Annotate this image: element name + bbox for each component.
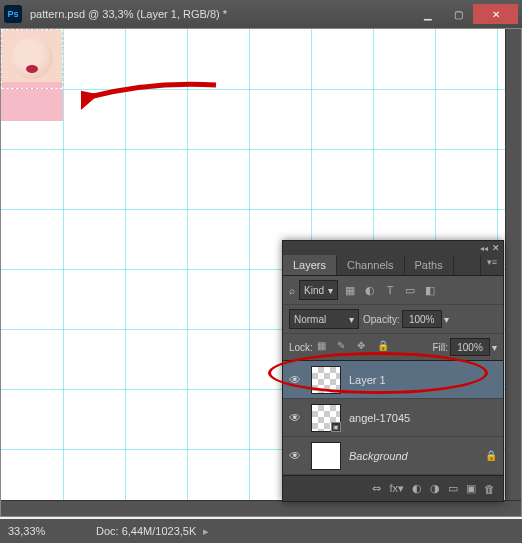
doc-info-menu-icon[interactable]: ▸	[203, 525, 209, 537]
lock-transparent-icon[interactable]: ▦	[317, 340, 331, 354]
opacity-flyout-icon[interactable]: ▾	[444, 314, 449, 325]
window-title: pattern.psd @ 33,3% (Layer 1, RGB/8) *	[30, 8, 413, 20]
layer-filter-row: ⌕ Kind ▾ ▦ ◐ T ▭ ◧	[283, 276, 503, 304]
window-titlebar: Ps pattern.psd @ 33,3% (Layer 1, RGB/8) …	[0, 0, 522, 28]
tab-layers[interactable]: Layers	[283, 255, 337, 275]
opacity-value[interactable]: 100%	[402, 310, 442, 328]
filter-pixel-icon[interactable]: ▦	[342, 282, 358, 298]
chevron-down-icon: ▾	[349, 314, 354, 325]
filter-type-icon[interactable]: T	[382, 282, 398, 298]
filter-smartobj-icon[interactable]: ◧	[422, 282, 438, 298]
vertical-scrollbar[interactable]	[505, 29, 521, 516]
window-controls: ▁ ▢ ✕	[413, 4, 518, 24]
layer-name[interactable]: angel-17045	[349, 412, 410, 424]
panel-tabs: Layers Channels Paths ▾≡	[283, 255, 503, 276]
doc-info: Doc: 6,44M/1023,5K ▸	[96, 525, 209, 538]
layer-thumbnail[interactable]: ▣	[311, 404, 341, 432]
fill-value[interactable]: 100%	[450, 338, 490, 356]
filter-kind-dropdown[interactable]: Kind ▾	[299, 280, 338, 300]
filter-shape-icon[interactable]: ▭	[402, 282, 418, 298]
maximize-button[interactable]: ▢	[443, 4, 473, 24]
tab-channels[interactable]: Channels	[337, 255, 404, 275]
lock-position-icon[interactable]: ✥	[357, 340, 371, 354]
layer-thumbnail[interactable]	[311, 366, 341, 394]
visibility-eye-icon[interactable]: 👁	[289, 449, 303, 463]
trash-icon[interactable]: 🗑	[484, 483, 495, 495]
blend-row: Normal▾ Opacity: 100% ▾	[283, 304, 503, 333]
collapse-icon[interactable]: ◂◂	[480, 244, 488, 253]
search-icon[interactable]: ⌕	[289, 285, 295, 296]
fill-control: Fill: 100% ▾	[432, 338, 497, 356]
panel-grip[interactable]: ◂◂ ✕	[283, 241, 503, 255]
panel-footer: ⇔ fx▾ ◐ ◑ ▭ ▣ 🗑	[283, 475, 503, 501]
annotation-arrow	[81, 77, 221, 117]
lock-all-icon[interactable]: 🔒	[377, 340, 391, 354]
new-group-icon[interactable]: ▭	[448, 482, 458, 495]
lock-paint-icon[interactable]: ✎	[337, 340, 351, 354]
filter-type-icons: ▦ ◐ T ▭ ◧	[342, 282, 438, 298]
layer-list: 👁 Layer 1 👁 ▣ angel-17045 👁 Background 🔒	[283, 360, 503, 475]
new-layer-icon[interactable]: ▣	[466, 482, 476, 495]
panel-menu-icon[interactable]: ▾≡	[480, 255, 503, 275]
add-mask-icon[interactable]: ◐	[412, 482, 422, 495]
blend-mode-dropdown[interactable]: Normal▾	[289, 309, 359, 329]
layers-panel: ◂◂ ✕ Layers Channels Paths ▾≡ ⌕ Kind ▾ ▦…	[282, 240, 504, 502]
horizontal-scrollbar[interactable]	[1, 500, 521, 516]
layer-name[interactable]: Layer 1	[349, 374, 386, 386]
layer-row[interactable]: 👁 Layer 1	[283, 361, 503, 399]
visibility-eye-icon[interactable]: 👁	[289, 373, 303, 387]
fill-label: Fill:	[432, 342, 448, 353]
lock-icon: 🔒	[485, 450, 497, 461]
adjustment-layer-icon[interactable]: ◑	[430, 482, 440, 495]
layer-thumbnail[interactable]	[311, 442, 341, 470]
opacity-label: Opacity:	[363, 314, 400, 325]
chevron-down-icon: ▾	[328, 285, 333, 296]
opacity-control: Opacity: 100% ▾	[363, 310, 449, 328]
layer-row[interactable]: 👁 ▣ angel-17045	[283, 399, 503, 437]
link-layers-icon[interactable]: ⇔	[372, 482, 381, 495]
layer-fx-icon[interactable]: fx▾	[389, 482, 404, 495]
visibility-eye-icon[interactable]: 👁	[289, 411, 303, 425]
status-bar: 33,33% Doc: 6,44M/1023,5K ▸	[0, 519, 522, 543]
layer-name[interactable]: Background	[349, 450, 408, 462]
lock-row: Lock: ▦ ✎ ✥ 🔒 Fill: 100% ▾	[283, 333, 503, 360]
zoom-level[interactable]: 33,33%	[8, 525, 68, 537]
app-logo: Ps	[4, 5, 22, 23]
filter-adjust-icon[interactable]: ◐	[362, 282, 378, 298]
marquee-selection	[1, 29, 63, 89]
layer-row[interactable]: 👁 Background 🔒	[283, 437, 503, 475]
minimize-button[interactable]: ▁	[413, 4, 443, 24]
fill-flyout-icon[interactable]: ▾	[492, 342, 497, 353]
smartobject-badge-icon: ▣	[331, 422, 341, 432]
lock-label: Lock:	[289, 342, 313, 353]
close-button[interactable]: ✕	[473, 4, 518, 24]
tab-paths[interactable]: Paths	[405, 255, 454, 275]
panel-close-icon[interactable]: ✕	[492, 243, 500, 253]
